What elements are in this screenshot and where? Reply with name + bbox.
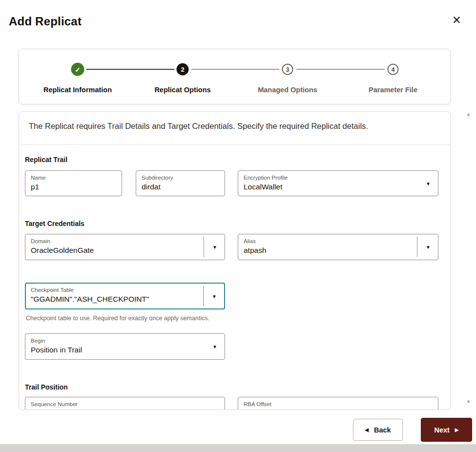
scrollbar-down-icon[interactable]: ▼ [466,399,471,404]
dropdown-arrow-icon[interactable]: ▼ [212,344,217,349]
dropdown-arrow-icon[interactable]: ▼ [212,245,217,250]
checkpoint-table-help-text: Checkpoint table to use. Required for ex… [26,315,209,322]
alias-field-value: atpash [244,246,433,255]
add-replicat-dialog: Add Replicat ✕ ✓ Replicat Information 2 … [0,0,476,452]
name-field-label: Name [31,174,116,181]
dropdown-divider [417,237,417,257]
sequence-number-label: Sequence Number [31,401,219,408]
form-content-panel: The Replicat requires Trail Details and … [19,111,451,410]
encryption-profile-select[interactable]: Encryption Profile LocalWallet ▼ [238,170,438,196]
begin-field-label: Begin [31,337,219,344]
page-bottom-scrollbar[interactable] [0,444,476,452]
dropdown-arrow-icon[interactable]: ▼ [426,181,431,186]
name-field-value: p1 [31,182,116,192]
scrollbar-up-icon[interactable]: ▲ [466,112,471,117]
step-label-replicat-options: Replicat Options [154,86,210,94]
domain-field-label: Domain [31,238,219,245]
subdirectory-field-value: dirdat [142,182,219,192]
step-number-4: 4 [388,64,399,75]
back-button-label: Back [374,426,391,434]
trail-position-heading: Trail Position [25,383,68,391]
domain-field-value: OracleGoldenGate [31,246,219,255]
target-credentials-heading: Target Credentials [25,220,84,227]
replicat-trail-heading: Replicat Trail [25,156,67,164]
encryption-profile-value: LocalWallet [244,182,433,192]
alias-select[interactable]: Alias atpash ▼ [238,234,438,260]
wizard-stepper: ✓ Replicat Information 2 Replicat Option… [19,49,451,104]
checkpoint-table-select[interactable]: Checkpoint Table "GGADMIN"."ASH_CHECKPOI… [25,283,225,309]
checkpoint-table-value: "GGADMIN"."ASH_CHECKPOINT" [31,294,219,304]
next-button-label: Next [434,426,449,434]
begin-field-value: Position in Trail [31,345,219,355]
dropdown-arrow-icon[interactable]: ▼ [212,293,217,299]
dialog-title: Add Replicat [9,15,82,28]
back-arrow-icon: ◀ [365,428,369,432]
begin-select[interactable]: Begin Position in Trail ▼ [25,333,225,360]
step-number-3: 3 [282,64,293,75]
subdirectory-field[interactable]: Subdirectory dirdat [136,170,225,196]
next-arrow-icon: ▶ [455,428,459,432]
back-button[interactable]: ◀ Back [353,419,403,441]
dropdown-divider [204,237,204,257]
domain-select[interactable]: Domain OracleGoldenGate ▼ [25,234,225,260]
encryption-profile-label: Encryption Profile [244,174,433,181]
step-complete-check-icon: ✓ [71,63,84,76]
step-label-replicat-information: Replicat Information [43,86,112,94]
dropdown-divider [203,286,204,306]
alias-field-label: Alias [244,238,433,245]
step-number-2: 2 [177,63,189,76]
subdirectory-field-label: Subdirectory [142,174,219,181]
sequence-number-field[interactable]: Sequence Number [25,397,225,410]
step-connector-1 [86,69,174,70]
rba-offset-label: RBA Offset [244,401,433,408]
step-connector-3 [296,69,385,70]
step-label-managed-options: Managed Options [258,86,317,94]
next-button[interactable]: Next ▶ [421,418,472,442]
section-divider [20,144,450,145]
dropdown-arrow-icon[interactable]: ▼ [426,245,431,250]
form-description: The Replicat requires Trail Details and … [29,122,368,131]
name-field[interactable]: Name p1 [25,170,122,196]
rba-offset-field[interactable]: RBA Offset [238,397,438,410]
checkpoint-table-label: Checkpoint Table [31,287,219,293]
step-label-parameter-file: Parameter File [369,86,417,94]
close-icon[interactable]: ✕ [452,15,461,26]
step-connector-2 [191,69,279,70]
